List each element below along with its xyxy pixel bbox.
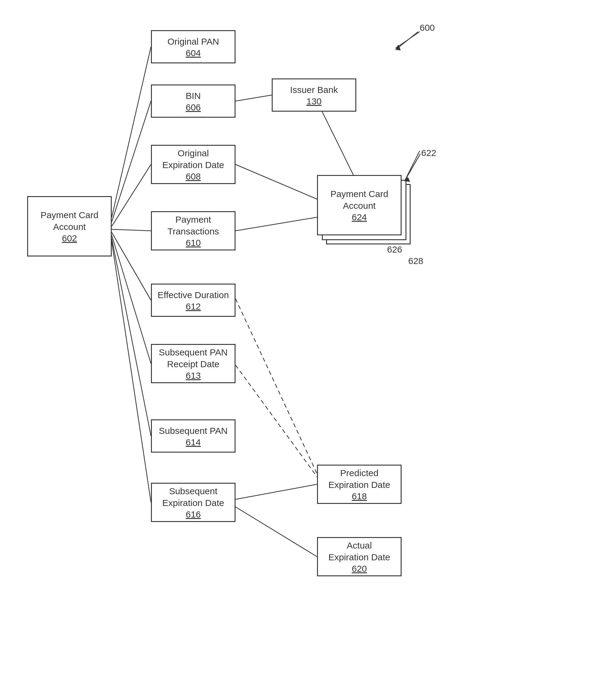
box-bin-606: BIN 606: [151, 85, 236, 118]
svg-line-13: [236, 164, 317, 199]
box-604-number: 604: [186, 48, 201, 58]
svg-line-10: [236, 95, 272, 101]
box-issuer-bank-130: Issuer Bank 130: [272, 78, 356, 112]
box-predicted-exp-618: PredictedExpiration Date 618: [317, 465, 402, 504]
box-original-exp-608: OriginalExpiration Date 608: [151, 145, 236, 184]
svg-line-18: [236, 507, 317, 557]
ref-628: 628: [408, 256, 423, 266]
box-payment-card-602: Payment Card Account 602: [27, 196, 112, 256]
svg-line-3: [112, 101, 151, 222]
svg-line-0: [396, 32, 420, 48]
svg-line-14: [236, 217, 317, 231]
ref-622: 622: [421, 148, 436, 158]
svg-line-7: [112, 235, 151, 363]
svg-line-4: [112, 164, 151, 226]
svg-line-8: [112, 238, 151, 436]
box-608-number: 608: [186, 172, 201, 182]
box-612-label: Effective Duration: [158, 289, 229, 301]
box-618-label: PredictedExpiration Date: [328, 467, 390, 490]
box-624-label: Payment CardAccount: [330, 188, 388, 212]
box-original-pan-604: Original PAN 604: [151, 30, 236, 64]
box-subsequent-exp-616: SubsequentExpiration Date 616: [151, 483, 236, 522]
box-624-number: 624: [352, 212, 367, 222]
box-612-number: 612: [186, 301, 201, 312]
box-620-label: ActualExpiration Date: [328, 539, 390, 563]
svg-line-20: [236, 365, 317, 477]
box-actual-exp-620: ActualExpiration Date 620: [317, 537, 402, 576]
svg-line-5: [112, 229, 151, 231]
ref-600: 600: [420, 23, 435, 33]
box-614-number: 614: [186, 437, 201, 447]
box-602-number: 602: [62, 233, 77, 244]
box-payment-trans-610: PaymentTransactions 610: [151, 211, 236, 250]
box-606-label: BIN: [186, 90, 201, 102]
diagram-container: Payment Card Account 602 Original PAN 60…: [0, 0, 609, 700]
ref-626: 626: [387, 245, 402, 255]
box-602-label: Payment Card Account: [32, 209, 107, 233]
svg-line-15: [405, 151, 420, 181]
box-613-label: Subsequent PANReceipt Date: [159, 346, 228, 370]
svg-line-2: [112, 47, 151, 217]
svg-line-17: [236, 484, 317, 499]
box-130-label: Issuer Bank: [290, 84, 338, 96]
box-616-number: 616: [186, 509, 201, 520]
box-effective-dur-612: Effective Duration 612: [151, 284, 236, 317]
box-606-number: 606: [186, 102, 201, 112]
box-614-label: Subsequent PAN: [159, 425, 228, 436]
box-616-label: SubsequentExpiration Date: [162, 485, 224, 509]
box-618-number: 618: [352, 491, 367, 501]
box-610-number: 610: [186, 238, 201, 248]
box-130-number: 130: [307, 96, 321, 107]
box-620-number: 620: [352, 563, 367, 574]
box-608-label: OriginalExpiration Date: [162, 147, 224, 171]
box-subsequent-pan-614: Subsequent PAN 614: [151, 419, 236, 453]
box-610-label: PaymentTransactions: [168, 214, 219, 237]
svg-line-19: [236, 299, 317, 474]
box-604-label: Original PAN: [167, 36, 219, 47]
box-subsequent-pan-receipt-613: Subsequent PANReceipt Date 613: [151, 344, 236, 383]
box-613-number: 613: [186, 371, 201, 381]
svg-line-9: [112, 241, 151, 502]
